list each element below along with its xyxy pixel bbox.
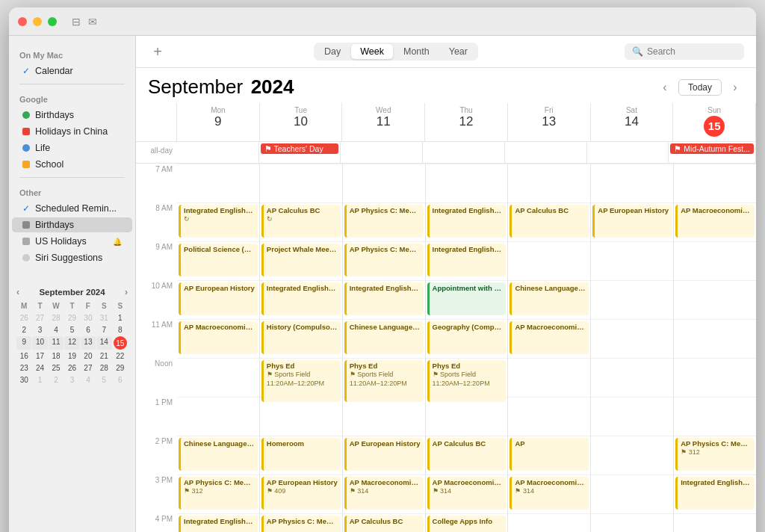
event-ap-european-hist-mon[interactable]: AP European History	[179, 282, 258, 315]
event-ap-euro-wed-2[interactable]: AP European History	[344, 438, 424, 471]
mini-cal-day[interactable]: 28	[96, 362, 111, 374]
mini-cal-day[interactable]: 16	[16, 350, 31, 362]
event-ap-macro-wed-3[interactable]: AP Macroeconomics 1 ⚑ 314	[344, 477, 424, 510]
event-ap-fri-2[interactable]: AP	[510, 438, 589, 471]
mini-cal-day[interactable]: 27	[32, 312, 47, 324]
event-chinese-lang-fri-10[interactable]: Chinese Language Arts	[510, 282, 589, 315]
event-integrated-english-mon-4[interactable]: Integrated English SAT	[179, 516, 258, 532]
event-history-tue-11[interactable]: History (Compulsory)	[261, 321, 341, 354]
event-ap-macro-sun-8[interactable]: AP Macroeconomics 1	[675, 205, 755, 238]
event-integrated-thu-9[interactable]: Integrated English SAT	[427, 244, 507, 276]
mini-cal-day[interactable]: 31	[96, 312, 111, 324]
mini-cal-day[interactable]: 10	[32, 336, 47, 350]
tab-year[interactable]: Year	[440, 44, 477, 59]
sidebar-item-calendar[interactable]: ✓ Calendar	[12, 64, 132, 78]
event-integrated-thu-8[interactable]: Integrated English SAT	[427, 205, 507, 238]
event-chinese-lang-mon-2[interactable]: Chinese Language Arts	[179, 438, 258, 471]
allday-event-teachers-day[interactable]: ⚑ Teachers' Day	[261, 143, 339, 154]
add-event-button[interactable]: +	[148, 42, 167, 61]
event-ap-macro-thu-3[interactable]: AP Macroeconomics 1 ⚑ 314	[427, 477, 507, 510]
mini-cal-day[interactable]: 30	[16, 374, 31, 386]
event-project-whale-tue[interactable]: Project Whale Meeting	[261, 244, 341, 276]
mini-cal-day[interactable]: 13	[81, 336, 96, 350]
event-ap-phys-wed-9[interactable]: AP Physics C: Mechanics 2	[344, 244, 424, 276]
new-event-icon[interactable]: ✉	[88, 16, 97, 28]
sidebar-item-scheduled-rem[interactable]: ✓ Scheduled Remin...	[12, 201, 132, 216]
allday-event-mid-autumn[interactable]: ⚑ Mid-Autumn Fest...	[670, 143, 754, 154]
mini-cal-day[interactable]: 2	[49, 374, 64, 386]
mini-cal-day[interactable]: 28	[49, 312, 64, 324]
event-ap-macro-fri-3[interactable]: AP Macroeconomics 1 ⚑ 314	[510, 477, 589, 510]
mini-cal-prev[interactable]: ‹	[16, 287, 19, 297]
mini-cal-today[interactable]: 15	[113, 336, 128, 350]
event-ap-calc-thu-2[interactable]: AP Calculus BC	[427, 438, 507, 471]
event-homeroom-tue-2[interactable]: Homeroom	[261, 438, 341, 471]
mini-cal-day[interactable]: 6	[81, 324, 96, 335]
event-ap-phys-wed-8[interactable]: AP Physics C: Mechanics 2	[344, 205, 424, 238]
mini-cal-day[interactable]: 4	[49, 324, 64, 335]
mini-cal-day[interactable]: 24	[32, 362, 47, 374]
event-integrated-wed-10[interactable]: Integrated English SAT	[344, 282, 424, 315]
event-integrated-sun-4[interactable]: Integrated English SAT	[675, 477, 755, 510]
mini-cal-day[interactable]: 12	[64, 336, 79, 350]
next-week-button[interactable]: ›	[726, 78, 744, 96]
mini-cal-day[interactable]: 5	[96, 374, 111, 386]
event-ap-phys-mon-3[interactable]: AP Physics C: Mechanics 2 ⚑ 312	[179, 477, 258, 510]
mini-cal-day[interactable]: 30	[81, 312, 96, 324]
sidebar-item-birthdays[interactable]: Birthdays	[12, 108, 132, 123]
close-button[interactable]	[18, 17, 27, 26]
event-appointment-thu[interactable]: Appointment with Cherry	[427, 282, 507, 315]
tab-month[interactable]: Month	[394, 44, 439, 59]
tab-day[interactable]: Day	[315, 44, 350, 59]
event-ap-euro-hist-tue-3[interactable]: AP European History ⚑ 409	[261, 477, 341, 510]
event-ap-euro-sat-8[interactable]: AP European History	[592, 205, 672, 238]
mini-cal-day[interactable]: 1	[113, 312, 128, 324]
mini-cal-day[interactable]: 27	[81, 362, 96, 374]
event-ap-phys-sun-3[interactable]: AP Physics C: Mechanics 2 ⚑ 312	[675, 438, 755, 471]
tab-week[interactable]: Week	[351, 44, 393, 59]
sidebar-item-siri-suggestions[interactable]: Siri Suggestions	[12, 250, 132, 265]
mini-cal-day[interactable]: 14	[96, 336, 111, 350]
mini-cal-day[interactable]: 18	[49, 350, 64, 362]
mini-cal-day[interactable]: 20	[81, 350, 96, 362]
mini-cal-day[interactable]: 29	[64, 312, 79, 324]
event-ap-macro-fri-11[interactable]: AP Macroeconomics 1	[510, 321, 589, 354]
mini-cal-day[interactable]: 6	[113, 374, 128, 386]
today-button[interactable]: Today	[678, 79, 722, 96]
mini-cal-day[interactable]: 11	[49, 336, 64, 350]
event-ap-phys-tue-4[interactable]: AP Physics C: Mechanics 2	[261, 516, 341, 532]
event-phys-ed-tue[interactable]: Phys Ed ⚑ Sports Field 11:20AM–12:20PM	[261, 360, 341, 402]
event-phys-ed-thu[interactable]: Phys Ed ⚑ Sports Field 11:20AM–12:20PM	[427, 360, 507, 402]
mini-cal-day[interactable]: 29	[113, 362, 128, 374]
mini-cal-day[interactable]: 17	[32, 350, 47, 362]
event-phys-ed-wed[interactable]: Phys Ed ⚑ Sports Field 11:20AM–12:20PM	[344, 360, 424, 402]
mini-cal-day[interactable]: 19	[64, 350, 79, 362]
sidebar-item-birthdays2[interactable]: Birthdays	[12, 217, 132, 232]
event-college-apps-thu[interactable]: College Apps Info	[427, 516, 507, 532]
mini-cal-day[interactable]: 26	[16, 312, 31, 324]
mini-cal-day[interactable]: 23	[16, 362, 31, 374]
prev-week-button[interactable]: ‹	[656, 78, 674, 96]
event-integrated-english-sat-mon-8[interactable]: Integrated English SAT ↻	[179, 205, 258, 238]
mini-cal-day[interactable]: 25	[49, 362, 64, 374]
search-input[interactable]	[647, 46, 737, 57]
mini-cal-day[interactable]: 8	[113, 324, 128, 335]
mini-cal-day[interactable]: 9	[16, 336, 31, 350]
event-ap-calc-wed-4[interactable]: AP Calculus BC	[344, 516, 424, 532]
mini-cal-day[interactable]: 26	[64, 362, 79, 374]
fullscreen-button[interactable]	[48, 17, 57, 26]
sidebar-item-life[interactable]: Life	[12, 140, 132, 155]
mini-cal-day[interactable]: 3	[32, 324, 47, 335]
sidebar-item-holidays-china[interactable]: Holidays in China	[12, 124, 132, 139]
mini-cal-day[interactable]: 4	[81, 374, 96, 386]
mini-cal-day[interactable]: 5	[64, 324, 79, 335]
event-geography-thu[interactable]: Geography (Compulsory)	[427, 321, 507, 354]
mini-cal-day[interactable]: 2	[16, 324, 31, 335]
mini-cal-day[interactable]: 7	[96, 324, 111, 335]
event-ap-macro-mon-11[interactable]: AP Macroeconomics 1	[179, 321, 258, 354]
event-political-science-mon[interactable]: Political Science (Compulsory)	[179, 244, 258, 276]
event-chinese-lang-wed-11[interactable]: Chinese Language Arts	[344, 321, 424, 354]
sidebar-item-us-holidays[interactable]: US Holidays 🔔	[12, 234, 132, 249]
sidebar-item-school[interactable]: School	[12, 157, 132, 172]
mini-cal-day[interactable]: 3	[64, 374, 79, 386]
